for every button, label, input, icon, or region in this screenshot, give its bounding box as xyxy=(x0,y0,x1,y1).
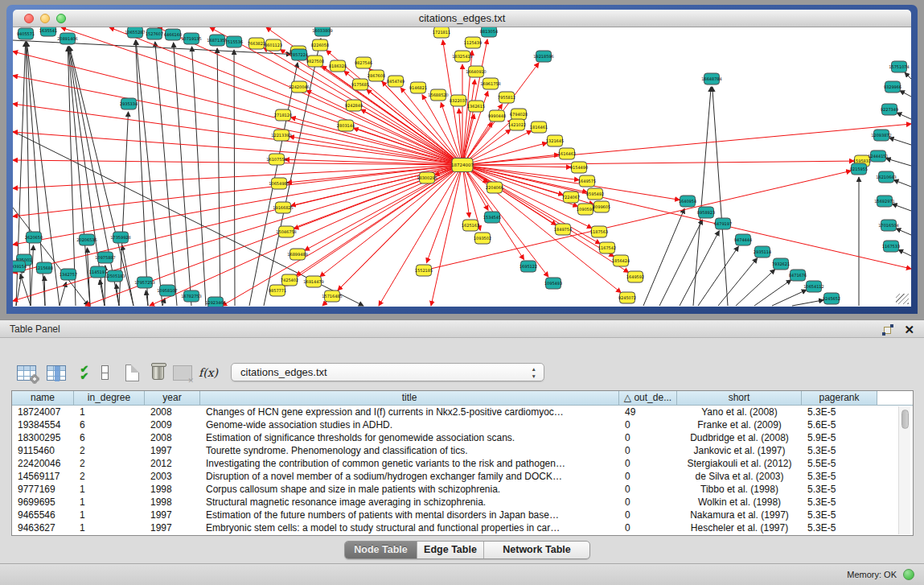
graph-node[interactable]: 8601123 xyxy=(265,39,282,51)
graph-node[interactable]: 9154490 xyxy=(570,162,588,173)
graph-node[interactable]: 8958923 xyxy=(697,207,715,218)
graph-node[interactable]: 1649575 xyxy=(578,175,596,187)
graph-node[interactable]: 6466160 xyxy=(164,29,182,40)
graph-node[interactable]: 2620650 xyxy=(25,232,43,243)
graph-node[interactable]: 1362615 xyxy=(467,101,485,112)
table-row[interactable]: 1872400712008Changes of HCN gene express… xyxy=(12,406,913,418)
network-canvas[interactable]: 1872400712213393161075581065498519166825… xyxy=(13,27,911,307)
graph-node[interactable]: 8595492 xyxy=(586,188,604,200)
graph-node[interactable]: 8322037 xyxy=(450,95,467,106)
table-row[interactable]: 911546021997Tourette syndrome. Phenomeno… xyxy=(12,444,913,457)
graph-node[interactable]: 8186328 xyxy=(329,60,347,72)
graph-node[interactable]: 10719135 xyxy=(181,33,201,44)
column-header-name[interactable]: name xyxy=(12,391,74,406)
graph-node[interactable]: 9827508 xyxy=(306,56,324,67)
graph-node[interactable]: 16648784 xyxy=(701,73,721,84)
graph-node[interactable]: 7224067 xyxy=(562,192,580,203)
graph-node[interactable]: 12213393 xyxy=(271,130,291,141)
table-row[interactable]: 977716911998Corpus callosum shape and si… xyxy=(12,483,913,496)
graph-node[interactable]: 9474444 xyxy=(734,234,752,245)
graph-node[interactable]: 1695122 xyxy=(519,261,537,272)
graph-node[interactable]: 1939154 xyxy=(13,261,27,272)
column-header-title[interactable]: title xyxy=(200,391,619,406)
graph-node[interactable]: 12093872 xyxy=(871,130,891,141)
graph-node[interactable]: 16914479 xyxy=(303,276,323,287)
graph-node[interactable]: 17957253 xyxy=(134,277,154,288)
graph-node[interactable]: 10654985 xyxy=(269,178,289,189)
graph-node[interactable]: 1625163 xyxy=(462,220,479,231)
graph-node[interactable]: 1421022 xyxy=(508,119,526,130)
graph-node[interactable]: 1635541 xyxy=(39,27,57,36)
graph-node[interactable]: 2867608 xyxy=(368,70,385,81)
table-row[interactable]: 2242004622012Investigating the contribut… xyxy=(12,457,913,470)
table-row[interactable]: 946554611997Estimation of the future num… xyxy=(12,509,913,521)
zoom-window-button[interactable] xyxy=(56,14,66,23)
graph-node[interactable]: 15046758 xyxy=(276,226,296,237)
graph-node[interactable]: 17016504 xyxy=(878,220,898,231)
float-panel-icon[interactable] xyxy=(882,324,893,336)
graph-node[interactable]: 6794028 xyxy=(510,109,528,120)
graph-node[interactable]: 16782753 xyxy=(181,290,201,302)
graph-node[interactable]: 8813054 xyxy=(480,27,498,37)
table-mode-button[interactable] xyxy=(14,361,39,384)
graph-node[interactable]: 1721811 xyxy=(433,27,450,38)
graph-node[interactable]: 8099605 xyxy=(593,201,610,212)
graph-node[interactable]: 15751074 xyxy=(889,61,909,72)
graph-node[interactable]: 9827546 xyxy=(355,57,372,68)
graph-node[interactable]: 8215955 xyxy=(850,163,868,175)
graph-node[interactable]: 1849754 xyxy=(554,224,572,235)
column-header-year[interactable]: year xyxy=(145,391,200,406)
graph-node[interactable]: 7932621 xyxy=(772,258,790,270)
graph-node[interactable]: 9227349 xyxy=(881,104,898,115)
graph-node[interactable]: 1167542 xyxy=(598,242,616,253)
graph-node[interactable]: 15716485 xyxy=(322,290,342,302)
graph-node[interactable]: 15688520 xyxy=(428,89,448,101)
graph-node[interactable]: 2935334 xyxy=(120,98,138,109)
table-row[interactable]: 969969511998Structural magnetic resonanc… xyxy=(12,496,913,509)
graph-node[interactable]: 18300295 xyxy=(417,172,437,183)
graph-node[interactable]: 12923466 xyxy=(205,297,225,307)
table-scrollbar[interactable] xyxy=(898,406,910,534)
show-columns-button[interactable] xyxy=(44,361,68,384)
graph-node[interactable]: 12505183 xyxy=(105,270,125,282)
graph-node[interactable]: 20206536 xyxy=(76,234,97,245)
table-selector-dropdown[interactable]: citations_edges.txt ▲▼ xyxy=(231,363,544,381)
graph-node[interactable]: 9245652 xyxy=(823,293,840,304)
graph-node[interactable]: 2803144 xyxy=(337,120,355,131)
scrollbar-thumb[interactable] xyxy=(901,410,909,429)
graph-node[interactable]: 1215688 xyxy=(35,262,53,274)
graph-node[interactable]: 16033809 xyxy=(312,27,332,36)
graph-hub-node[interactable]: 18724007 xyxy=(451,159,474,172)
graph-node[interactable]: 8471676 xyxy=(789,270,807,281)
graph-node[interactable]: 1552185 xyxy=(415,265,433,276)
graph-node[interactable]: 1816461 xyxy=(530,122,548,133)
graph-node[interactable]: 9990448 xyxy=(488,110,506,122)
graph-node[interactable]: 7425402 xyxy=(281,274,298,286)
graph-node[interactable]: 18325419 xyxy=(452,51,472,62)
graph-node[interactable]: 9175685 xyxy=(351,79,369,90)
graph-node[interactable]: 9857771 xyxy=(269,285,286,296)
graph-node[interactable]: 10655287 xyxy=(125,27,145,38)
table-row[interactable]: 1830029562008Estimation of significance … xyxy=(12,431,913,444)
graph-node[interactable]: 16899489 xyxy=(287,249,307,260)
graph-node[interactable]: 2204066 xyxy=(486,182,503,193)
table-row[interactable]: 1938455462009Genome-wide association stu… xyxy=(12,418,913,431)
graph-node[interactable]: 16961758 xyxy=(480,78,500,89)
graph-node[interactable]: 9329966 xyxy=(884,81,901,93)
graph-node[interactable]: 12444151 xyxy=(868,150,888,162)
column-header-out_de[interactable]: △ out_de... xyxy=(619,391,677,406)
graph-node[interactable]: 6479197 xyxy=(714,218,732,229)
minimize-window-button[interactable] xyxy=(40,14,50,23)
graph-node[interactable]: 1125439 xyxy=(464,37,482,48)
graph-node[interactable]: 2935114 xyxy=(754,246,771,257)
graph-node[interactable]: 1093502 xyxy=(474,233,491,244)
create-column-button[interactable] xyxy=(121,361,142,384)
graph-node[interactable]: 16640910 xyxy=(466,66,486,77)
network-window-titlebar[interactable]: citations_edges.txt xyxy=(13,10,911,27)
graph-node[interactable]: 7955812 xyxy=(498,92,515,103)
graph-node[interactable]: 10654112 xyxy=(803,281,823,292)
function-builder-button[interactable]: f(x) xyxy=(198,361,219,384)
row-height-button[interactable] xyxy=(98,361,111,384)
delete-table-button[interactable] xyxy=(170,361,195,384)
graph-node[interactable]: 8454749 xyxy=(387,76,405,87)
